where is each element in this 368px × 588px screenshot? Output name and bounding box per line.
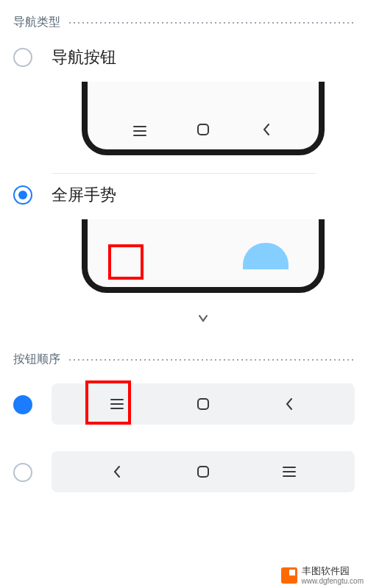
section-title: 按钮顺序	[13, 352, 60, 367]
back-icon	[106, 465, 128, 478]
watermark-name: 丰图软件园	[302, 566, 364, 577]
gesture-hint-left	[118, 263, 160, 269]
gesture-hint-center	[180, 263, 223, 269]
expand-toggle[interactable]	[52, 306, 355, 337]
section-header-nav-type: 导航类型	[0, 0, 368, 36]
watermark: 丰图软件园 www.dgfengtu.com	[277, 563, 369, 588]
recents-icon	[106, 399, 128, 409]
option-label: 导航按钮	[52, 46, 355, 68]
watermark-logo-icon	[281, 567, 297, 584]
radio-fullscreen-gestures[interactable]	[13, 185, 32, 205]
home-icon	[192, 397, 214, 411]
gesture-hint-right-active	[243, 243, 289, 269]
divider-dots	[68, 22, 355, 24]
option-label: 全屏手势	[52, 184, 355, 206]
button-order-option-2[interactable]	[0, 441, 368, 492]
button-order-option-1[interactable]	[0, 373, 368, 425]
option-fullscreen-gestures[interactable]: 全屏手势	[0, 174, 368, 337]
watermark-url: www.dgfengtu.com	[302, 577, 364, 585]
section-title: 导航类型	[13, 15, 60, 30]
option-nav-buttons[interactable]: 导航按钮	[0, 36, 368, 169]
order-pill-2	[52, 451, 355, 492]
section-header-button-order: 按钮顺序	[0, 337, 368, 373]
radio-order-1[interactable]	[13, 395, 32, 414]
svg-rect-1	[198, 399, 208, 409]
preview-fullscreen-gestures	[52, 219, 355, 293]
recents-icon	[129, 126, 151, 136]
preview-nav-buttons	[52, 82, 355, 155]
recents-icon	[278, 467, 300, 477]
svg-rect-2	[198, 467, 208, 477]
home-icon	[192, 123, 214, 136]
svg-rect-0	[198, 124, 208, 135]
back-icon	[255, 123, 277, 136]
divider-dots	[68, 359, 355, 361]
radio-order-2[interactable]	[13, 463, 32, 482]
order-pill-1	[52, 383, 355, 425]
chevron-down-icon	[195, 314, 211, 324]
radio-nav-buttons[interactable]	[13, 48, 32, 67]
back-icon	[278, 397, 300, 411]
home-icon	[192, 465, 214, 478]
